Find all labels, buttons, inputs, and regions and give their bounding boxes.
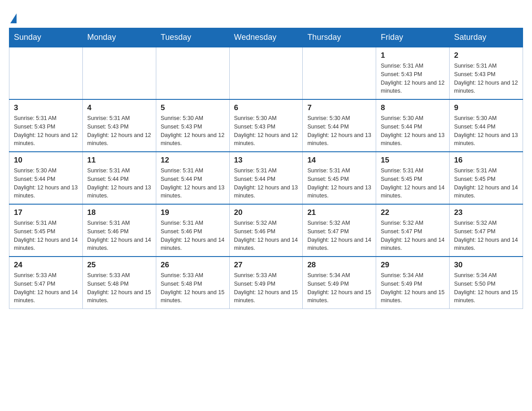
day-info-13: Sunrise: 5:31 AMSunset: 5:44 PMDaylight:… <box>234 167 298 200</box>
day-number-12: 12 <box>161 156 225 165</box>
cell-w2-d1: 11Sunrise: 5:31 AMSunset: 5:44 PMDayligh… <box>82 152 156 204</box>
cell-w1-d0: 3Sunrise: 5:31 AMSunset: 5:43 PMDaylight… <box>9 99 83 152</box>
day-info-15: Sunrise: 5:31 AMSunset: 5:45 PMDaylight:… <box>381 167 445 200</box>
day-number-6: 6 <box>234 103 298 112</box>
cell-w3-d4: 21Sunrise: 5:32 AMSunset: 5:47 PMDayligh… <box>303 204 376 257</box>
day-info-10: Sunrise: 5:30 AMSunset: 5:44 PMDaylight:… <box>14 167 78 200</box>
day-info-25: Sunrise: 5:33 AMSunset: 5:48 PMDaylight:… <box>87 271 151 305</box>
header-tuesday: Tuesday <box>156 28 229 47</box>
day-number-26: 26 <box>161 261 225 270</box>
day-info-16: Sunrise: 5:31 AMSunset: 5:45 PMDaylight:… <box>454 167 518 200</box>
cell-w3-d2: 19Sunrise: 5:31 AMSunset: 5:46 PMDayligh… <box>156 204 229 257</box>
logo <box>9 9 17 23</box>
day-number-7: 7 <box>307 103 371 112</box>
day-info-27: Sunrise: 5:33 AMSunset: 5:49 PMDaylight:… <box>234 271 298 305</box>
cell-w3-d5: 22Sunrise: 5:32 AMSunset: 5:47 PMDayligh… <box>376 204 450 257</box>
cell-w1-d4: 7Sunrise: 5:30 AMSunset: 5:44 PMDaylight… <box>303 99 376 152</box>
day-number-9: 9 <box>454 103 518 112</box>
cell-w1-d6: 9Sunrise: 5:30 AMSunset: 5:44 PMDaylight… <box>450 99 523 152</box>
day-info-30: Sunrise: 5:34 AMSunset: 5:50 PMDaylight:… <box>454 271 518 305</box>
cell-w0-d6: 2Sunrise: 5:31 AMSunset: 5:43 PMDaylight… <box>450 47 523 99</box>
day-number-18: 18 <box>87 208 151 217</box>
day-info-4: Sunrise: 5:31 AMSunset: 5:43 PMDaylight:… <box>87 114 151 148</box>
day-number-2: 2 <box>454 51 518 60</box>
day-number-8: 8 <box>381 103 445 112</box>
cell-w3-d3: 20Sunrise: 5:32 AMSunset: 5:46 PMDayligh… <box>229 204 303 257</box>
week-row-3: 17Sunrise: 5:31 AMSunset: 5:45 PMDayligh… <box>9 204 523 257</box>
cell-w3-d1: 18Sunrise: 5:31 AMSunset: 5:46 PMDayligh… <box>82 204 156 257</box>
day-info-8: Sunrise: 5:30 AMSunset: 5:44 PMDaylight:… <box>381 114 445 148</box>
day-number-4: 4 <box>87 103 151 112</box>
day-number-24: 24 <box>14 261 78 270</box>
week-row-0: 1Sunrise: 5:31 AMSunset: 5:43 PMDaylight… <box>9 47 523 99</box>
day-number-14: 14 <box>307 156 371 165</box>
cell-w2-d6: 16Sunrise: 5:31 AMSunset: 5:45 PMDayligh… <box>450 152 523 204</box>
day-number-29: 29 <box>381 261 445 270</box>
day-info-17: Sunrise: 5:31 AMSunset: 5:45 PMDaylight:… <box>14 219 78 253</box>
cell-w0-d1 <box>82 47 156 99</box>
week-row-2: 10Sunrise: 5:30 AMSunset: 5:44 PMDayligh… <box>9 152 523 204</box>
cell-w2-d5: 15Sunrise: 5:31 AMSunset: 5:45 PMDayligh… <box>376 152 450 204</box>
cell-w3-d0: 17Sunrise: 5:31 AMSunset: 5:45 PMDayligh… <box>9 204 83 257</box>
day-number-5: 5 <box>161 103 225 112</box>
day-number-20: 20 <box>234 208 298 217</box>
day-number-3: 3 <box>14 103 78 112</box>
cell-w2-d4: 14Sunrise: 5:31 AMSunset: 5:45 PMDayligh… <box>303 152 376 204</box>
week-row-4: 24Sunrise: 5:33 AMSunset: 5:47 PMDayligh… <box>9 257 523 309</box>
cell-w2-d3: 13Sunrise: 5:31 AMSunset: 5:44 PMDayligh… <box>229 152 303 204</box>
day-info-26: Sunrise: 5:33 AMSunset: 5:48 PMDaylight:… <box>161 271 225 305</box>
cell-w4-d1: 25Sunrise: 5:33 AMSunset: 5:48 PMDayligh… <box>82 257 156 309</box>
header-wednesday: Wednesday <box>229 28 303 47</box>
cell-w1-d3: 6Sunrise: 5:30 AMSunset: 5:43 PMDaylight… <box>229 99 303 152</box>
day-info-9: Sunrise: 5:30 AMSunset: 5:44 PMDaylight:… <box>454 114 518 148</box>
day-info-18: Sunrise: 5:31 AMSunset: 5:46 PMDaylight:… <box>87 219 151 253</box>
day-number-11: 11 <box>87 156 151 165</box>
week-row-1: 3Sunrise: 5:31 AMSunset: 5:43 PMDaylight… <box>9 99 523 152</box>
cell-w0-d3 <box>229 47 303 99</box>
day-info-23: Sunrise: 5:32 AMSunset: 5:47 PMDaylight:… <box>454 219 518 253</box>
day-info-6: Sunrise: 5:30 AMSunset: 5:43 PMDaylight:… <box>234 114 298 148</box>
day-number-23: 23 <box>454 208 518 217</box>
day-number-30: 30 <box>454 261 518 270</box>
cell-w4-d2: 26Sunrise: 5:33 AMSunset: 5:48 PMDayligh… <box>156 257 229 309</box>
day-info-3: Sunrise: 5:31 AMSunset: 5:43 PMDaylight:… <box>14 114 78 148</box>
day-number-15: 15 <box>381 156 445 165</box>
logo-blue-text <box>9 13 17 23</box>
day-info-11: Sunrise: 5:31 AMSunset: 5:44 PMDaylight:… <box>87 167 151 200</box>
calendar-table: Sunday Monday Tuesday Wednesday Thursday… <box>9 28 523 309</box>
header-thursday: Thursday <box>303 28 376 47</box>
cell-w4-d6: 30Sunrise: 5:34 AMSunset: 5:50 PMDayligh… <box>450 257 523 309</box>
cell-w4-d4: 28Sunrise: 5:34 AMSunset: 5:49 PMDayligh… <box>303 257 376 309</box>
day-info-7: Sunrise: 5:30 AMSunset: 5:44 PMDaylight:… <box>307 114 371 148</box>
day-info-12: Sunrise: 5:31 AMSunset: 5:44 PMDaylight:… <box>161 167 225 200</box>
cell-w2-d0: 10Sunrise: 5:30 AMSunset: 5:44 PMDayligh… <box>9 152 83 204</box>
cell-w1-d1: 4Sunrise: 5:31 AMSunset: 5:43 PMDaylight… <box>82 99 156 152</box>
header-saturday: Saturday <box>450 28 523 47</box>
header-friday: Friday <box>376 28 450 47</box>
cell-w4-d0: 24Sunrise: 5:33 AMSunset: 5:47 PMDayligh… <box>9 257 83 309</box>
day-info-19: Sunrise: 5:31 AMSunset: 5:46 PMDaylight:… <box>161 219 225 253</box>
header-monday: Monday <box>82 28 156 47</box>
day-info-14: Sunrise: 5:31 AMSunset: 5:45 PMDaylight:… <box>307 167 371 200</box>
day-number-10: 10 <box>14 156 78 165</box>
weekday-header-row: Sunday Monday Tuesday Wednesday Thursday… <box>9 28 523 47</box>
day-info-28: Sunrise: 5:34 AMSunset: 5:49 PMDaylight:… <box>307 271 371 305</box>
day-info-24: Sunrise: 5:33 AMSunset: 5:47 PMDaylight:… <box>14 271 78 305</box>
day-info-2: Sunrise: 5:31 AMSunset: 5:43 PMDaylight:… <box>454 62 518 95</box>
day-number-19: 19 <box>161 208 225 217</box>
cell-w3-d6: 23Sunrise: 5:32 AMSunset: 5:47 PMDayligh… <box>450 204 523 257</box>
header-sunday: Sunday <box>9 28 83 47</box>
day-number-27: 27 <box>234 261 298 270</box>
day-info-20: Sunrise: 5:32 AMSunset: 5:46 PMDaylight:… <box>234 219 298 253</box>
logo-triangle-icon <box>10 13 17 23</box>
day-info-1: Sunrise: 5:31 AMSunset: 5:43 PMDaylight:… <box>381 62 445 95</box>
header-area <box>9 9 523 23</box>
cell-w4-d5: 29Sunrise: 5:34 AMSunset: 5:49 PMDayligh… <box>376 257 450 309</box>
cell-w0-d4 <box>303 47 376 99</box>
cell-w4-d3: 27Sunrise: 5:33 AMSunset: 5:49 PMDayligh… <box>229 257 303 309</box>
day-number-28: 28 <box>307 261 371 270</box>
cell-w0-d5: 1Sunrise: 5:31 AMSunset: 5:43 PMDaylight… <box>376 47 450 99</box>
day-info-5: Sunrise: 5:30 AMSunset: 5:43 PMDaylight:… <box>161 114 225 148</box>
day-info-22: Sunrise: 5:32 AMSunset: 5:47 PMDaylight:… <box>381 219 445 253</box>
day-number-25: 25 <box>87 261 151 270</box>
